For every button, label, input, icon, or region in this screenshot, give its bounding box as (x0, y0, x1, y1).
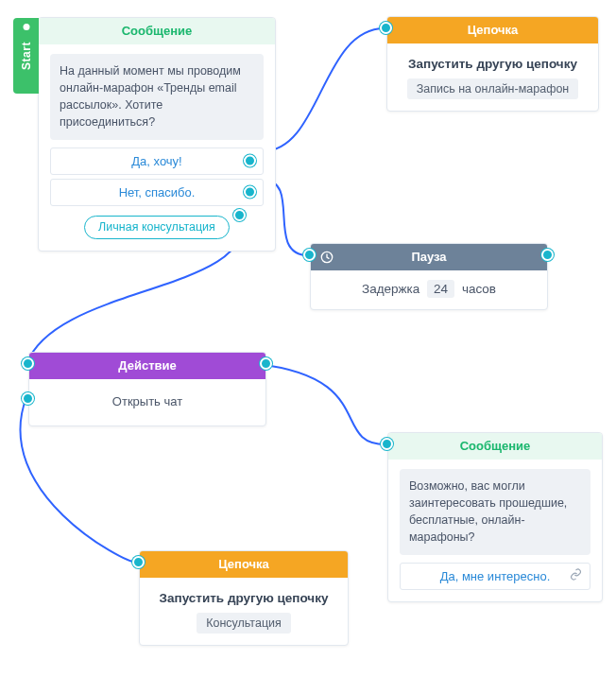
chain-title: Запустить другую цепочку (399, 57, 587, 71)
node-chain-1[interactable]: Цепочка Запустить другую цепочку Запись … (386, 16, 599, 112)
node-action[interactable]: Действие Открыть чат (28, 352, 266, 426)
link-icon (570, 568, 582, 583)
node-header: Цепочка (387, 17, 598, 43)
option-label: Да, мне интересно. (440, 569, 551, 583)
option-label: Нет, спасибо. (119, 185, 196, 200)
delay-suffix: часов (462, 282, 496, 296)
node-header: Цепочка (140, 551, 348, 578)
node-header: Сообщение (39, 18, 275, 44)
connector-dot[interactable] (132, 556, 145, 568)
option-yes[interactable]: Да, хочу! (50, 148, 264, 175)
node-pause[interactable]: Пауза Задержка 24 часов (310, 243, 548, 310)
message-bubble: Возможно, вас могли заинтересовать проше… (400, 469, 590, 555)
delay-prefix: Задержка (362, 282, 419, 296)
connector-dot[interactable] (244, 186, 256, 199)
node-header: Пауза (311, 244, 547, 270)
connector-dot[interactable] (22, 392, 34, 405)
node-header: Сообщение (388, 433, 602, 460)
connector-dot[interactable] (244, 155, 256, 167)
connector-dot[interactable] (381, 438, 393, 450)
chip-label: Личная консультация (98, 220, 215, 234)
node-header: Действие (29, 353, 265, 379)
node-message-2[interactable]: Сообщение Возможно, вас могли заинтересо… (387, 432, 603, 602)
connector-dot[interactable] (541, 249, 554, 261)
connector-dot[interactable] (260, 357, 272, 370)
connector-dot[interactable] (233, 209, 246, 221)
clock-icon (320, 251, 334, 264)
connector-dot[interactable] (22, 357, 34, 370)
option-label: Да, хочу! (131, 154, 181, 168)
option-interested[interactable]: Да, мне интересно. (400, 563, 590, 590)
start-tag: Start (13, 18, 39, 94)
action-body: Открыть чат (41, 389, 254, 414)
delay-value: 24 (427, 280, 454, 298)
start-label: Start (20, 42, 33, 70)
message-bubble: На данный момент мы проводим онлайн-мара… (50, 54, 264, 140)
chip-consultation[interactable]: Личная консультация (84, 216, 230, 239)
chain-pill: Консультация (197, 613, 291, 634)
connector-dot[interactable] (303, 249, 316, 261)
option-no[interactable]: Нет, спасибо. (50, 179, 264, 206)
chain-pill: Запись на онлайн-марафон (407, 78, 579, 99)
node-chain-2[interactable]: Цепочка Запустить другую цепочку Консуль… (139, 550, 349, 646)
chain-title: Запустить другую цепочку (151, 591, 336, 605)
connector-dot[interactable] (380, 22, 392, 34)
